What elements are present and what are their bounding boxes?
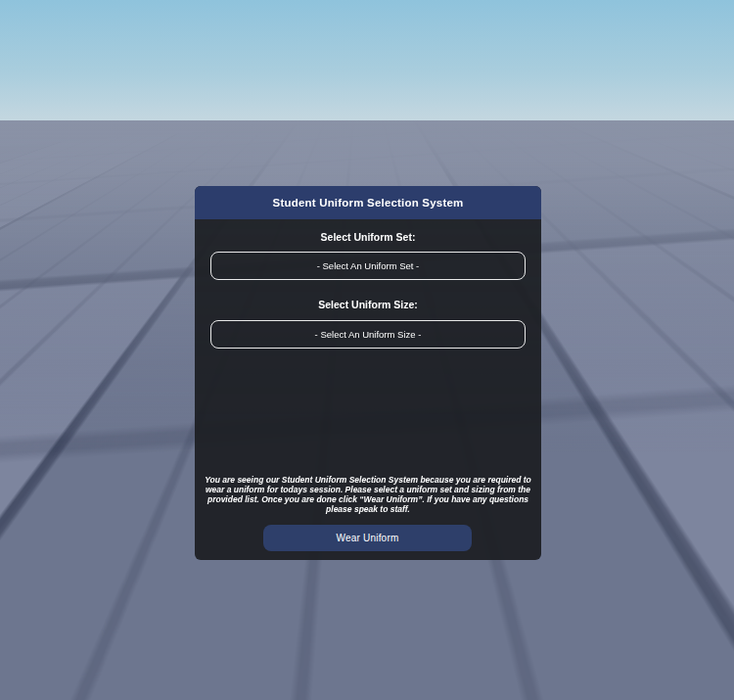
dialog-header: Student Uniform Selection System (195, 186, 541, 219)
uniform-set-label: Select Uniform Set: (195, 231, 541, 243)
uniform-size-selected-value: - Select An Uniform Size - (315, 329, 422, 340)
wear-uniform-button[interactable]: Wear Uniform (263, 525, 472, 551)
uniform-size-dropdown[interactable]: - Select An Uniform Size - (210, 320, 526, 349)
uniform-selection-dialog: Student Uniform Selection System Select … (195, 186, 541, 560)
uniform-size-label: Select Uniform Size: (195, 299, 541, 310)
uniform-set-selected-value: - Select An Uniform Set - (317, 260, 420, 271)
uniform-set-dropdown[interactable]: - Select An Uniform Set - (210, 252, 526, 280)
wear-uniform-button-label: Wear Uniform (337, 533, 399, 543)
sky (0, 0, 734, 120)
info-text: You are seeing our Student Uniform Selec… (205, 476, 531, 515)
dialog-title: Student Uniform Selection System (273, 197, 464, 209)
